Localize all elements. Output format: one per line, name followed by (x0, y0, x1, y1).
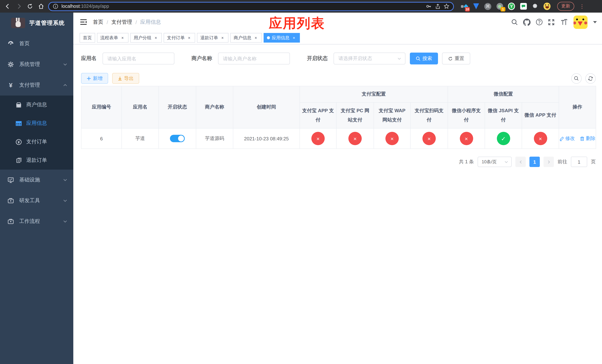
breadcrumb-separator: / (136, 19, 137, 25)
url-text[interactable]: localhost:1024/pay/app (62, 4, 423, 9)
tag-pay-order[interactable]: 支付订单× (164, 33, 195, 43)
table-toolbar: 新增 导出 (81, 73, 596, 84)
dashboard-icon (7, 40, 14, 47)
col-app-id: 应用编号 (81, 86, 122, 128)
extension-grid-icon[interactable]: 10 (461, 3, 468, 10)
app-name-input[interactable] (103, 53, 174, 64)
app-logo (11, 18, 25, 28)
reset-button[interactable]: 重置 (442, 53, 470, 64)
tag-refund-order[interactable]: 退款订单× (197, 33, 228, 43)
back-icon[interactable] (4, 2, 12, 10)
sidebar-item-pay-order[interactable]: 支付订单 (0, 133, 73, 151)
bookmark-star-icon[interactable] (443, 3, 450, 9)
sidebar-item-home[interactable]: 首页 (0, 33, 73, 54)
github-icon[interactable] (523, 18, 531, 26)
password-key-icon[interactable] (426, 3, 432, 9)
table-grid-icon (16, 120, 22, 127)
edit-link[interactable]: 修改 (559, 135, 575, 142)
sidebar-item-system[interactable]: 系统管理 (0, 54, 73, 75)
sidebar-item-workflow[interactable]: 工作流程 (0, 211, 73, 232)
close-icon[interactable]: × (291, 35, 297, 40)
chevron-down-icon (63, 62, 67, 67)
reload-icon[interactable] (26, 2, 34, 10)
tags-view-bar: 首页 流程表单× 用户分组× 支付订单× 退款订单× 商户信息× 应用信息× (73, 32, 602, 44)
sidebar-item-merchant-info[interactable]: 商户信息 (0, 96, 73, 114)
goto-page-input[interactable] (571, 157, 587, 167)
breadcrumb-payment[interactable]: 支付管理 (111, 19, 132, 25)
share-icon[interactable] (435, 3, 441, 9)
tag-merchant-info[interactable]: 商户信息× (230, 33, 262, 43)
extension-gem-icon[interactable] (473, 3, 479, 10)
extensions-puzzle-icon[interactable] (532, 3, 539, 10)
sidebar-item-label: 研发工具 (19, 197, 63, 204)
home-icon[interactable] (37, 2, 45, 10)
chevron-down-icon (504, 160, 508, 164)
close-icon[interactable]: × (153, 35, 159, 40)
sidebar-item-dev-tools[interactable]: 研发工具 (0, 190, 73, 211)
alipay-app-status: × (311, 132, 325, 145)
sidebar-item-label: 支付订单 (26, 139, 47, 145)
page-size-select[interactable]: 10条/页 (478, 157, 512, 167)
extension-chat-icon[interactable] (520, 3, 527, 10)
tag-process-form[interactable]: 流程表单× (97, 33, 129, 43)
col-group-wechat: 微信配置 (448, 86, 559, 102)
tag-app-info[interactable]: 应用信息× (264, 33, 300, 43)
browser-update-button[interactable]: 更新 (557, 2, 574, 11)
next-page-button[interactable] (544, 157, 554, 167)
delete-link[interactable]: 删除 (580, 135, 595, 142)
yen-icon: ¥ (7, 82, 14, 88)
col-app-name: 应用名 (122, 86, 159, 128)
site-info-icon[interactable] (53, 3, 58, 9)
sidebar-item-refund-order[interactable]: 退款订单 (0, 151, 73, 170)
col-group-alipay: 支付宝配置 (300, 86, 448, 102)
avatar-caret-icon[interactable] (593, 21, 597, 23)
refresh-icon (588, 76, 593, 81)
help-icon[interactable] (535, 18, 543, 26)
col-wechat-app: 微信 APP 支付 (522, 102, 559, 128)
merchant-name-label: 商户名称 (191, 55, 212, 62)
page-number-1[interactable]: 1 (529, 157, 540, 167)
status-select[interactable]: 请选择开启状态 (333, 53, 405, 64)
goto-suffix: 页 (591, 159, 596, 165)
search-icon (574, 76, 579, 81)
cell-merchant: 芋道源码 (196, 128, 233, 149)
extension-command-icon[interactable]: ⌘ (484, 3, 491, 10)
tag-user-group[interactable]: 用户分组× (130, 33, 162, 43)
breadcrumb: 首页 / 支付管理 / 应用信息 (93, 19, 161, 25)
close-icon[interactable]: × (187, 35, 192, 40)
fullscreen-icon[interactable] (548, 18, 555, 26)
app-table: 应用编号 应用名 开启状态 商户名称 创建时间 支付宝配置 微信配置 操作 支付… (81, 86, 596, 149)
refresh-table-button[interactable] (585, 73, 596, 84)
address-bar[interactable]: localhost:1024/pay/app (48, 2, 454, 11)
font-size-icon[interactable] (560, 18, 567, 26)
close-icon[interactable]: × (220, 35, 225, 40)
user-avatar[interactable] (573, 15, 588, 29)
extension-recorder-icon[interactable]: 1 (496, 3, 503, 10)
sidebar-item-infrastructure[interactable]: 基础设施 (0, 170, 73, 190)
export-button[interactable]: 导出 (112, 73, 139, 84)
sidebar-logo-row[interactable]: 芋道管理系统 (0, 13, 73, 32)
trash-icon (580, 136, 585, 141)
forward-icon[interactable] (15, 2, 23, 10)
sidebar-item-payment[interactable]: ¥ 支付管理 (0, 75, 73, 96)
breadcrumb-home[interactable]: 首页 (93, 19, 103, 25)
header-search-icon[interactable] (511, 18, 518, 26)
close-icon[interactable]: × (253, 35, 258, 40)
merchant-name-input[interactable] (218, 53, 290, 64)
extension-y-icon[interactable]: Y (508, 3, 515, 10)
add-button[interactable]: 新增 (81, 73, 108, 84)
browser-menu-icon[interactable]: ⋮ (580, 3, 585, 9)
browser-profile-avatar[interactable] (544, 3, 550, 10)
sidebar-item-label: 支付管理 (19, 82, 63, 88)
prev-page-button[interactable] (515, 157, 526, 167)
chevron-down-icon (63, 219, 67, 224)
search-button[interactable]: 搜索 (410, 53, 438, 64)
status-switch[interactable] (170, 135, 185, 142)
tag-home[interactable]: 首页 (80, 33, 95, 43)
sidebar-collapse-icon[interactable] (80, 18, 87, 26)
close-icon[interactable]: × (120, 35, 125, 40)
sidebar-item-app-info[interactable]: 应用信息 (0, 114, 73, 133)
toggle-search-button[interactable] (571, 73, 582, 84)
cell-actions: 修改 删除 (559, 128, 596, 149)
cell-app-id: 6 (81, 128, 122, 149)
